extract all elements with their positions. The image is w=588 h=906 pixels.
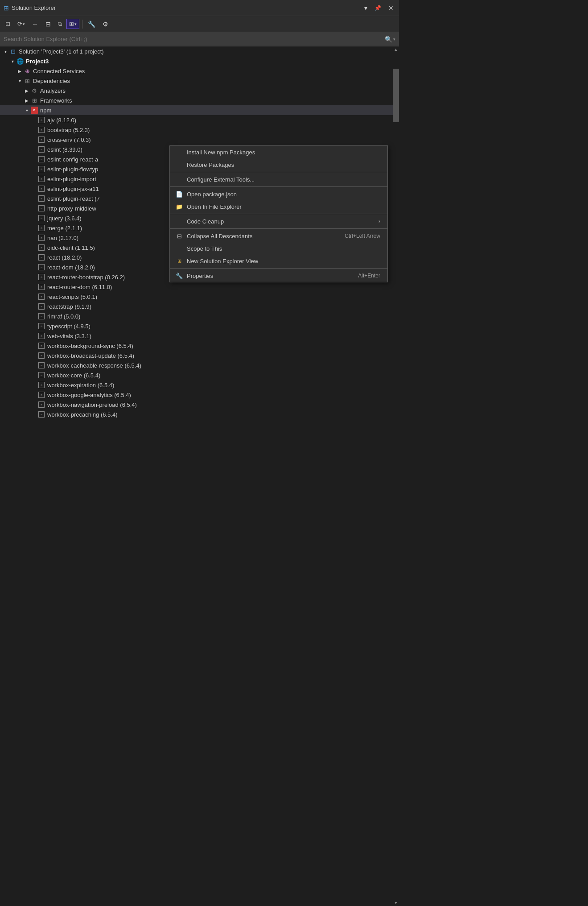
npm-pkg-label: react (18.2.0) [47, 254, 82, 261]
wrench-button[interactable]: 🔧 [85, 19, 98, 29]
collapse-icon: ⊟ [45, 21, 51, 28]
ctx-open-explorer-icon: 📁 [175, 203, 183, 210]
dependencies-item[interactable]: ▾ ⊞ Dependencies [0, 76, 399, 86]
npm-pkg-label: eslint-plugin-import [47, 176, 96, 182]
npm-pkg-icon: n [37, 156, 45, 162]
npm-package-item[interactable]: ▶ n workbox-expiration (6.5.4) [0, 380, 399, 390]
new-view-button[interactable]: ⧉ [55, 19, 65, 29]
ctx-properties[interactable]: 🔧 Properties Alt+Enter [170, 269, 387, 282]
ctx-open-json-label: Open package.json [187, 191, 237, 198]
history-dropdown-icon: ▾ [23, 22, 25, 26]
ctx-open-package-json[interactable]: 📄 Open package.json [170, 188, 387, 200]
npm-pkg-label: react-dom (18.2.0) [47, 264, 95, 271]
npm-package-item[interactable]: ▶ n workbox-cacheable-response (6.5.4) [0, 360, 399, 370]
npm-package-item[interactable]: ▶ n workbox-core (6.5.4) [0, 370, 399, 380]
ctx-collapse-label: Collapse All Descendants [187, 233, 252, 240]
npm-pkg-label: ajv (8.12.0) [47, 117, 76, 124]
pkg-no-arrow: ▶ [30, 363, 37, 368]
history-button[interactable]: ⟳ ▾ [15, 19, 28, 29]
npm-pkg-label: jquery (3.6.4) [47, 215, 82, 222]
analyzers-item[interactable]: ▶ ⚙ Analyzers [0, 86, 399, 95]
npm-package-item[interactable]: ▶ n typescript (4.9.5) [0, 321, 399, 331]
pkg-no-arrow: ▶ [30, 216, 37, 221]
npm-pkg-label: workbox-navigation-preload (6.5.4) [47, 401, 137, 408]
active-dropdown-icon: ▾ [74, 22, 77, 26]
npm-package-item[interactable]: ▶ n cross-env (7.0.3) [0, 135, 399, 145]
scroll-down-btn[interactable]: ▼ [393, 900, 399, 906]
toolbar-separator [82, 20, 82, 29]
project-icon: 🌐 [16, 58, 24, 65]
sync-button[interactable]: ⊡ [3, 19, 13, 29]
npm-pkg-icon: n [37, 117, 45, 123]
ctx-code-cleanup[interactable]: Code Cleanup › [170, 215, 387, 228]
npm-item[interactable]: ▾ n npm [0, 105, 399, 115]
ctx-open-file-explorer[interactable]: 📁 Open In File Explorer [170, 200, 387, 213]
ctx-open-explorer-label: Open In File Explorer [187, 203, 242, 210]
solution-item[interactable]: ▾ ⊡ Solution 'Project3' (1 of 1 project) [0, 46, 399, 56]
npm-pkg-icon: n [37, 244, 45, 251]
ctx-new-solution-view[interactable]: ⊞ New Solution Explorer View [170, 255, 387, 267]
npm-pkg-icon: n [37, 205, 45, 211]
npm-pkg-label: react-router-dom (6.11.0) [47, 284, 112, 290]
scroll-thumb[interactable] [393, 69, 399, 122]
npm-package-item[interactable]: ▶ n web-vitals (3.3.1) [0, 331, 399, 341]
npm-package-item[interactable]: ▶ n ajv (8.12.0) [0, 115, 399, 125]
npm-pkg-label: nan (2.17.0) [47, 235, 78, 241]
close-btn[interactable]: ✕ [387, 4, 395, 12]
npm-package-item[interactable]: ▶ n reactstrap (9.1.9) [0, 302, 399, 311]
npm-package-item[interactable]: ▶ n rimraf (5.0.0) [0, 311, 399, 321]
npm-package-item[interactable]: ▶ n workbox-broadcast-update (6.5.4) [0, 351, 399, 360]
active-view-button[interactable]: ⊞ ▾ [66, 19, 79, 29]
ctx-configure-tools[interactable]: Configure External Tools... [170, 173, 387, 186]
settings-button[interactable]: ⚙ [100, 19, 111, 29]
project-item[interactable]: ▾ 🌐 Project3 [0, 56, 399, 66]
ctx-collapse-descendants[interactable]: ⊟ Collapse All Descendants Ctrl+Left Arr… [170, 230, 387, 242]
connected-services-label: Connected Services [33, 68, 85, 74]
npm-package-item[interactable]: ▶ n react-scripts (5.0.1) [0, 292, 399, 302]
ctx-properties-shortcut: Alt+Enter [358, 273, 380, 279]
npm-pkg-label: http-proxy-middlew [47, 205, 96, 212]
npm-pkg-icon: n [37, 215, 45, 221]
sync-icon: ⊡ [5, 21, 10, 27]
ctx-sep-3 [170, 214, 387, 214]
npm-arrow: ▾ [23, 108, 30, 113]
dropdown-btn[interactable]: ▾ [362, 4, 369, 12]
pkg-no-arrow: ▶ [30, 167, 37, 172]
collapse-button[interactable]: ⊟ [43, 19, 53, 29]
npm-pkg-icon: n [37, 401, 45, 408]
scroll-up-btn[interactable]: ▲ [393, 46, 399, 53]
history-icon: ⟳ [17, 21, 22, 27]
npm-package-item[interactable]: ▶ n react-router-dom (6.11.0) [0, 282, 399, 292]
npm-package-item[interactable]: ▶ n workbox-navigation-preload (6.5.4) [0, 400, 399, 410]
npm-package-item[interactable]: ▶ n workbox-background-sync (6.5.4) [0, 341, 399, 351]
npm-package-item[interactable]: ▶ n bootstrap (5.2.3) [0, 125, 399, 135]
pkg-no-arrow: ▶ [30, 402, 37, 407]
connected-services-arrow: ▶ [16, 69, 23, 74]
scrollbar-track[interactable]: ▲ ▼ [393, 46, 399, 906]
npm-pkg-icon: n [37, 186, 45, 192]
active-view-icon: ⊞ [69, 21, 74, 27]
ctx-restore-packages[interactable]: Restore Packages [170, 158, 387, 171]
connected-services-item[interactable]: ▶ ⊕ Connected Services [0, 66, 399, 76]
pkg-no-arrow: ▶ [30, 177, 37, 182]
back-button[interactable]: ← [29, 19, 41, 29]
pkg-no-arrow: ▶ [30, 265, 37, 270]
project-expand-arrow: ▾ [9, 59, 16, 64]
pkg-no-arrow: ▶ [30, 343, 37, 348]
solution-explorer-icon: ⊞ [4, 4, 9, 12]
pin-btn[interactable]: 📌 [373, 4, 383, 12]
ctx-scope-to-this[interactable]: Scope to This [170, 242, 387, 255]
pkg-no-arrow: ▶ [30, 186, 37, 191]
search-dropdown-icon: ▾ [393, 37, 395, 41]
npm-package-item[interactable]: ▶ n workbox-precaching (6.5.4) [0, 410, 399, 419]
ctx-install-npm[interactable]: Install New npm Packages [170, 146, 387, 158]
ctx-configure-label: Configure External Tools... [187, 176, 255, 183]
npm-pkg-icon: n [37, 284, 45, 290]
npm-package-item[interactable]: ▶ n workbox-google-analytics (6.5.4) [0, 390, 399, 400]
search-icon-btn[interactable]: 🔍 ▾ [385, 36, 395, 43]
ctx-collapse-shortcut: Ctrl+Left Arrow [345, 233, 380, 239]
npm-pkg-icon: n [37, 127, 45, 133]
search-input[interactable] [4, 36, 385, 42]
frameworks-item[interactable]: ▶ ⊞ Frameworks [0, 95, 399, 105]
pkg-no-arrow: ▶ [30, 196, 37, 201]
